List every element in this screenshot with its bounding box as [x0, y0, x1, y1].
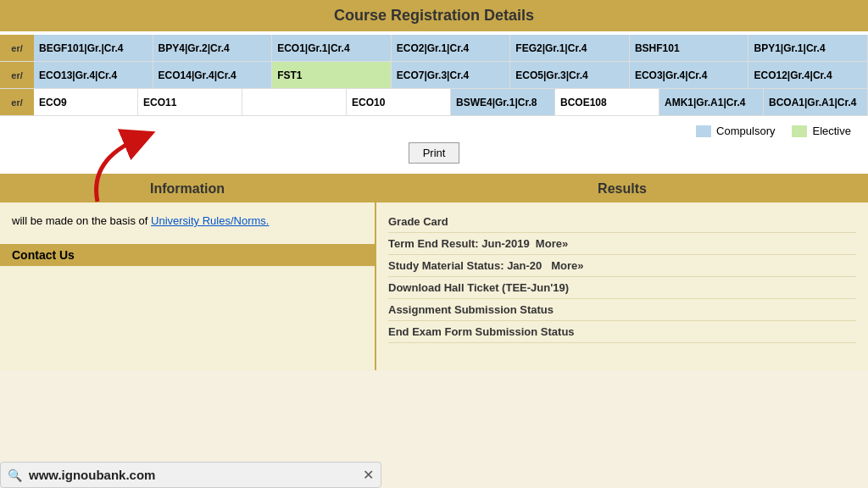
course-row-1: er/ BEGF101|Gr.|Cr.4 BPY4|Gr.2|Cr.4 ECO1… [0, 35, 868, 62]
legend-elective: Elective [792, 125, 851, 137]
result-item-study-material[interactable]: Study Material Status: Jan-20 More» [388, 255, 856, 277]
course-cell [242, 89, 347, 115]
information-header: Information [0, 175, 375, 202]
course-cell: BSHF101 [630, 35, 749, 61]
compulsory-color-box [696, 125, 711, 137]
course-cell: FST1 [272, 62, 392, 88]
legend-compulsory: Compulsory [696, 125, 775, 137]
bottom-section: Information will be made on the basis of… [0, 175, 868, 370]
url-text[interactable]: www.ignoubank.com [29, 468, 356, 482]
course-row-3: er/ ECO9 ECO11 ECO10 BSWE4|Gr.1|Cr.8 BCO… [0, 89, 868, 116]
course-cell: ECO5|Gr.3|Cr.4 [510, 62, 630, 88]
course-cell: BSWE4|Gr.1|Cr.8 [451, 89, 555, 115]
course-cell: ECO12|Gr.4|Cr.4 [748, 62, 868, 88]
print-button[interactable]: Print [409, 142, 460, 164]
search-icon: 🔍 [8, 469, 22, 482]
course-cell: FEG2|Gr.1|Cr.4 [510, 35, 630, 61]
row-label-1: er/ [0, 35, 34, 61]
elective-color-box [792, 125, 807, 137]
row-label-3: er/ [0, 89, 34, 115]
course-cell: BPY4|Gr.2|Cr.4 [153, 35, 273, 61]
result-item-exam-form[interactable]: End Exam Form Submission Status [388, 321, 856, 343]
course-cell: ECO11 [138, 89, 242, 115]
course-table: er/ BEGF101|Gr.|Cr.4 BPY4|Gr.2|Cr.4 ECO1… [0, 31, 868, 119]
course-cell: BEGF101|Gr.|Cr.4 [34, 35, 153, 61]
course-row-2: er/ ECO13|Gr.4|Cr.4 ECO14|Gr.4|Cr.4 FST1… [0, 62, 868, 89]
course-cell: ECO3|Gr.4|Cr.4 [630, 62, 749, 88]
course-cell: ECO7|Gr.3|Cr.4 [392, 62, 511, 88]
university-rules-link[interactable]: University Rules/Norms. [151, 214, 269, 227]
result-item-term-end[interactable]: Term End Result: Jun-2019 More» [388, 233, 856, 255]
close-icon[interactable]: ✕ [363, 467, 374, 483]
course-cell: BCOE108 [555, 89, 659, 115]
row-label-2: er/ [0, 62, 34, 88]
course-cell: ECO1|Gr.1|Cr.4 [272, 35, 392, 61]
results-panel: Results Grade Card Term End Result: Jun-… [375, 175, 868, 370]
information-panel: Information will be made on the basis of… [0, 175, 375, 370]
course-cell: BCOA1|Gr.A1|Cr.4 [764, 89, 868, 115]
course-cell: ECO10 [347, 89, 451, 115]
course-cell: ECO14|Gr.4|Cr.4 [153, 62, 273, 88]
course-cell: AMK1|Gr.A1|Cr.4 [659, 89, 764, 115]
address-bar: 🔍 www.ignoubank.com ✕ [0, 462, 381, 488]
course-cell: BPY1|Gr.1|Cr.4 [748, 35, 868, 61]
page-title: Course Registration Details [0, 0, 868, 31]
course-cell: ECO2|Gr.1|Cr.4 [392, 35, 511, 61]
result-item-assignment[interactable]: Assignment Submission Status [388, 299, 856, 321]
course-cell: ECO13|Gr.4|Cr.4 [34, 62, 153, 88]
course-cell: ECO9 [34, 89, 138, 115]
information-body: will be made on the basis of University … [0, 202, 375, 241]
contact-us-header: Contact Us [0, 244, 375, 266]
results-body: Grade Card Term End Result: Jun-2019 Mor… [376, 202, 868, 352]
result-item-hall-ticket[interactable]: Download Hall Ticket (TEE-Jun'19) [388, 277, 856, 299]
result-item-grade-card[interactable]: Grade Card [388, 211, 856, 233]
results-header: Results [376, 175, 868, 202]
